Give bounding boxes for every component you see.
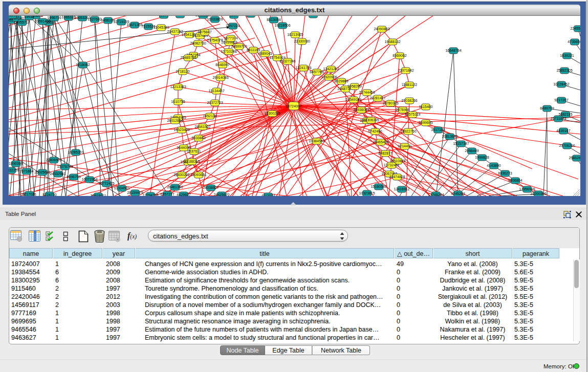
svg-text:8224730: 8224730: [42, 193, 56, 196]
svg-text:22330030: 22330030: [294, 39, 310, 43]
svg-text:7452134: 7452134: [203, 114, 216, 118]
svg-text:20372723: 20372723: [207, 101, 223, 104]
svg-text:23936053: 23936053: [353, 108, 369, 112]
svg-text:21754078: 21754078: [207, 38, 223, 42]
svg-text:12416912: 12416912: [394, 187, 409, 191]
svg-text:1610755: 1610755: [171, 100, 185, 103]
svg-text:25852685: 25852685: [569, 156, 580, 160]
svg-text:2066449: 2066449: [465, 149, 478, 152]
svg-text:23188315: 23188315: [184, 160, 200, 163]
svg-text:18922760: 18922760: [400, 129, 416, 133]
svg-text:24532561: 24532561: [50, 172, 66, 176]
svg-text:28575119: 28575119: [405, 113, 421, 116]
svg-text:7357224: 7357224: [226, 24, 239, 28]
svg-text:25882305: 25882305: [556, 69, 572, 72]
svg-text:24549181: 24549181: [345, 98, 361, 101]
svg-text:19218506: 19218506: [274, 24, 290, 27]
svg-text:25025631: 25025631: [34, 170, 50, 174]
svg-text:6357277: 6357277: [160, 192, 174, 196]
svg-text:19938: 19938: [24, 16, 34, 18]
svg-text:25465435: 25465435: [373, 140, 388, 144]
svg-text:21065: 21065: [175, 16, 185, 16]
svg-text:9214491: 9214491: [398, 144, 411, 148]
svg-text:24641507: 24641507: [194, 125, 210, 128]
svg-text:22455603: 22455603: [570, 27, 580, 30]
svg-text:11881122: 11881122: [402, 83, 417, 86]
svg-text:27038236: 27038236: [401, 99, 417, 102]
svg-text:28012854: 28012854: [167, 119, 183, 122]
svg-text:13045349: 13045349: [153, 26, 169, 29]
svg-text:16671355: 16671355: [126, 23, 142, 27]
svg-text:15180586: 15180586: [371, 185, 386, 188]
svg-text:1839221: 1839221: [560, 54, 574, 57]
svg-text:29437192: 29437192: [167, 30, 183, 33]
svg-text:22306335: 22306335: [363, 118, 379, 122]
svg-text:23971842: 23971842: [398, 69, 413, 72]
svg-text:16033809: 16033809: [207, 17, 223, 21]
svg-text:9699695: 9699695: [419, 121, 432, 124]
svg-text:10228452: 10228452: [553, 82, 569, 86]
svg-text:15157347: 15157347: [453, 142, 469, 145]
svg-text:3677374: 3677374: [224, 36, 237, 40]
svg-text:6742460: 6742460: [368, 129, 382, 133]
svg-text:6482877: 6482877: [378, 151, 392, 155]
svg-text:22744459: 22744459: [359, 91, 375, 94]
svg-text:16648784: 16648784: [445, 49, 461, 52]
svg-text:8396759: 8396759: [67, 175, 80, 179]
svg-text:6457765: 6457765: [310, 70, 323, 74]
svg-text:9958289: 9958289: [347, 84, 361, 88]
svg-text:8813054: 8813054: [267, 18, 280, 21]
svg-text:19384554: 19384554: [309, 139, 324, 143]
svg-text:8369062: 8369062: [393, 54, 406, 57]
svg-text:4112034: 4112034: [262, 194, 275, 196]
svg-text:20772475: 20772475: [98, 182, 114, 185]
svg-text:18724007: 18724007: [286, 104, 301, 108]
svg-text:19285201: 19285201: [68, 150, 83, 154]
svg-text:8811165: 8811165: [247, 48, 260, 52]
svg-text:29699700: 29699700: [231, 45, 247, 48]
svg-text:13754919: 13754919: [269, 56, 285, 59]
svg-text:28830202: 28830202: [173, 173, 189, 177]
svg-text:20691406: 20691406: [34, 19, 50, 23]
svg-text:26461350: 26461350: [167, 185, 183, 189]
svg-text:10327246: 10327246: [279, 59, 295, 63]
svg-text:13134457: 13134457: [208, 89, 224, 93]
svg-text:12920906: 12920906: [321, 75, 337, 79]
svg-text:28159979: 28159979: [127, 191, 143, 194]
svg-text:4429607: 4429607: [177, 193, 190, 196]
svg-text:8646997: 8646997: [215, 63, 229, 67]
svg-text:22093651: 22093651: [190, 173, 206, 177]
svg-text:28038807: 28038807: [203, 186, 219, 189]
svg-text:7671884: 7671884: [19, 169, 33, 173]
svg-text:17956909: 17956909: [519, 187, 535, 191]
svg-text:9217207: 9217207: [554, 98, 568, 102]
svg-text:1890399: 1890399: [9, 162, 23, 165]
svg-text:4735650: 4735650: [568, 40, 580, 43]
svg-text:4245263: 4245263: [451, 192, 465, 195]
svg-text:2876966: 2876966: [396, 108, 409, 112]
svg-text:2718120: 2718120: [176, 70, 189, 73]
svg-text:15076749: 15076749: [57, 165, 73, 168]
svg-text:16033809: 16033809: [195, 16, 211, 17]
svg-text:19523409: 19523409: [173, 128, 189, 132]
svg-text:13732411: 13732411: [384, 163, 400, 167]
svg-text:26780325: 26780325: [382, 101, 398, 105]
svg-text:10323815: 10323815: [359, 191, 375, 195]
svg-text:9115460: 9115460: [419, 105, 433, 108]
svg-text:6217026: 6217026: [22, 192, 36, 196]
svg-text:28082730: 28082730: [190, 41, 206, 45]
svg-text:25711873: 25711873: [551, 117, 567, 120]
svg-text:13421212: 13421212: [323, 67, 339, 71]
svg-text:10334531: 10334531: [114, 186, 129, 190]
svg-text:25485735: 25485735: [180, 56, 196, 59]
svg-text:22806503: 22806503: [46, 158, 61, 162]
svg-text:4143890: 4143890: [487, 164, 500, 167]
svg-text:18876: 18876: [308, 16, 318, 16]
svg-text:24425670: 24425670: [213, 193, 229, 196]
svg-text:3333883: 3333883: [191, 136, 205, 140]
svg-text:26618611: 26618611: [91, 194, 106, 196]
svg-text:19688132: 19688132: [384, 40, 400, 43]
svg-text:10710248: 10710248: [221, 50, 236, 53]
svg-text:22474828: 22474828: [389, 175, 405, 179]
svg-text:16072954: 16072954: [81, 178, 97, 181]
